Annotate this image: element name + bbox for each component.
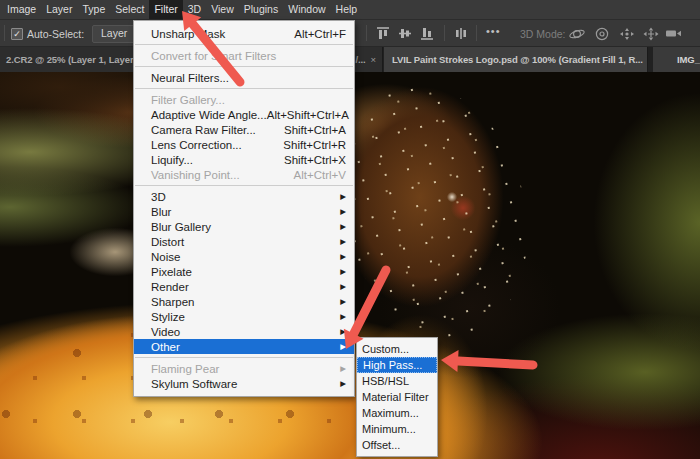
- filter-menu-item[interactable]: Video: [134, 324, 354, 339]
- filter-menu-item[interactable]: Flaming Pear: [134, 361, 354, 376]
- menu-item-label: Sharpen: [151, 296, 194, 308]
- distribute-bottom-edges-icon[interactable]: [418, 26, 436, 41]
- menu-item-label: Filter Gallery...: [151, 94, 225, 106]
- menubar-item[interactable]: Filter: [149, 0, 182, 19]
- filter-menu-item[interactable]: Filter Gallery...: [134, 92, 354, 107]
- auto-select-checkbox[interactable]: ✓: [11, 28, 23, 40]
- menu-item-label: Flaming Pear: [151, 363, 219, 375]
- submenu-item[interactable]: Offset...: [357, 437, 437, 453]
- submenu-item[interactable]: HSB/HSL: [357, 373, 437, 389]
- separator: [4, 25, 5, 41]
- distribute-top-edges-icon[interactable]: [374, 26, 392, 41]
- filter-menu-item[interactable]: Skylum Software: [134, 376, 354, 391]
- filter-menu-item[interactable]: Unsharp Mask Alt+Ctrl+F: [134, 26, 354, 41]
- filter-menu-item[interactable]: Blur: [134, 204, 354, 219]
- menu-item-label: Neural Filters...: [151, 72, 229, 84]
- separator: [366, 25, 367, 41]
- menu-separator: [135, 357, 353, 358]
- menubar-item[interactable]: Window: [283, 0, 330, 19]
- menubar-item[interactable]: Select: [110, 0, 149, 19]
- submenu-item[interactable]: Custom...: [357, 341, 437, 357]
- submenu-item-label: Minimum...: [362, 423, 416, 435]
- menu-item-shortcut: [340, 309, 346, 324]
- menu-separator: [135, 66, 353, 67]
- menu-separator: [135, 44, 353, 45]
- filter-menu-item[interactable]: Sharpen: [134, 294, 354, 309]
- submenu-item-label: HSB/HSL: [362, 375, 409, 387]
- filter-menu-item[interactable]: Vanishing Point... Alt+Ctrl+V: [134, 167, 354, 182]
- menu-item-label: Vanishing Point...: [151, 169, 240, 181]
- submenu-item[interactable]: Material Filter: [357, 389, 437, 405]
- filter-menu-item[interactable]: Noise: [134, 249, 354, 264]
- menu-item-shortcut: Alt+Ctrl+V: [294, 169, 346, 181]
- filter-menu-item[interactable]: Other: [134, 339, 354, 354]
- document-tab-active[interactable]: LVIL Paint Strokes Logo.psd @ 100% (Grad…: [384, 47, 648, 72]
- submenu-item[interactable]: High Pass...: [357, 357, 437, 373]
- menu-item-label: Adaptive Wide Angle...: [151, 109, 267, 121]
- menubar-item[interactable]: 3D: [183, 0, 206, 19]
- menu-item-shortcut: [340, 279, 346, 294]
- filter-menu-item[interactable]: Render: [134, 279, 354, 294]
- filter-menu-item[interactable]: 3D: [134, 189, 354, 204]
- menu-item-shortcut: [340, 294, 346, 309]
- menu-item-shortcut: [340, 361, 346, 376]
- filter-menu-item[interactable]: Distort: [134, 234, 354, 249]
- close-icon[interactable]: ×: [371, 54, 376, 65]
- filter-menu-item[interactable]: Adaptive Wide Angle... Alt+Shift+Ctrl+A: [134, 107, 354, 122]
- separator: [444, 25, 445, 41]
- submenu-item-label: High Pass...: [363, 359, 422, 371]
- menu-item-label: Unsharp Mask: [151, 28, 225, 40]
- filter-menu-item[interactable]: Blur Gallery: [134, 219, 354, 234]
- menubar-item[interactable]: Type: [77, 0, 110, 19]
- menu-item-shortcut: [340, 219, 346, 234]
- filter-menu-item[interactable]: Camera Raw Filter... Shift+Ctrl+A: [134, 122, 354, 137]
- filter-menu-item[interactable]: Lens Correction... Shift+Ctrl+R: [134, 137, 354, 152]
- menu-item-label: Noise: [151, 251, 180, 263]
- filter-menu-item[interactable]: Stylize: [134, 309, 354, 324]
- menu-item-label: Video: [151, 326, 180, 338]
- 3d-mode-label: 3D Mode:: [520, 28, 566, 40]
- tab-label: IMG_: [677, 54, 700, 65]
- menubar-item[interactable]: Plugins: [239, 0, 283, 19]
- menubar-item[interactable]: Layer: [41, 0, 77, 19]
- auto-select-label: Auto-Select:: [27, 28, 84, 40]
- menu-item-shortcut: Shift+Ctrl+R: [283, 139, 346, 151]
- menu-bar: Image Layer Type Select Filter 3D View P…: [0, 0, 700, 20]
- dolly-3d-camera-icon[interactable]: [665, 26, 683, 41]
- drag-3d-icon[interactable]: [618, 26, 636, 41]
- submenu-item[interactable]: Minimum...: [357, 421, 437, 437]
- menu-item-shortcut: [340, 376, 346, 391]
- filter-menu-item[interactable]: Pixelate: [134, 264, 354, 279]
- menubar-item[interactable]: Help: [331, 0, 363, 19]
- menu-item-label: 3D: [151, 191, 166, 203]
- orbit-3d-icon[interactable]: [568, 26, 586, 41]
- menu-item-shortcut: [340, 339, 346, 354]
- submenu-item[interactable]: Maximum...: [357, 405, 437, 421]
- filter-menu-item[interactable]: Convert for Smart Filters: [134, 48, 354, 63]
- menu-item-shortcut: Shift+Ctrl+X: [284, 154, 346, 166]
- other-submenu: Custom... High Pass... HSB/HSL Material …: [356, 337, 438, 457]
- menubar-item[interactable]: Image: [2, 0, 41, 19]
- menu-separator: [135, 185, 353, 186]
- menu-item-label: Lens Correction...: [151, 139, 242, 151]
- menu-item-label: Liquify...: [151, 154, 193, 166]
- more-options-icon[interactable]: •••: [486, 25, 501, 37]
- menu-item-shortcut: [340, 189, 346, 204]
- menu-item-shortcut: [340, 324, 346, 339]
- menu-item-shortcut: [340, 234, 346, 249]
- slide-3d-icon[interactable]: [642, 26, 660, 41]
- submenu-item-label: Maximum...: [362, 407, 419, 419]
- distribute-horizontal-centers-icon[interactable]: [452, 26, 470, 41]
- menubar-item[interactable]: View: [206, 0, 239, 19]
- menu-item-label: Distort: [151, 236, 184, 248]
- roll-3d-icon[interactable]: [593, 26, 611, 41]
- menu-item-label: Camera Raw Filter...: [151, 124, 256, 136]
- tab-label: LVIL Paint Strokes Logo.psd @ 100% (Grad…: [392, 54, 643, 65]
- filter-menu-item[interactable]: Liquify... Shift+Ctrl+X: [134, 152, 354, 167]
- submenu-item-label: Custom...: [362, 343, 409, 355]
- distribute-vertical-centers-icon[interactable]: [396, 26, 414, 41]
- filter-menu-item[interactable]: Neural Filters...: [134, 70, 354, 85]
- document-tab[interactable]: IMG_: [653, 47, 700, 72]
- menu-item-label: Convert for Smart Filters: [151, 50, 276, 62]
- menu-item-label: Render: [151, 281, 189, 293]
